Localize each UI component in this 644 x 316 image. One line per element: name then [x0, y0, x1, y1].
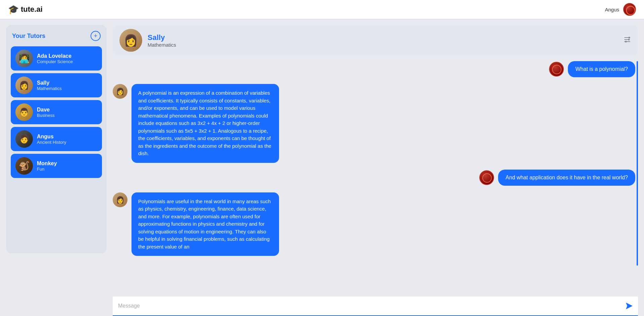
user-message-avatar-1 [549, 62, 564, 77]
svg-point-3 [629, 37, 630, 38]
tutor-name-ada: Ada Lovelace [37, 53, 73, 59]
tutor-info-monkey: Monkey Fun [37, 161, 57, 172]
tutor-item-monkey[interactable]: 🐒 Monkey Fun [11, 154, 102, 178]
message-bubble-ai2: Polynomials are useful in the real world… [131, 192, 279, 256]
sidebar-header: Your Tutors + [11, 31, 102, 41]
tutor-info-ada: Ada Lovelace Computer Science [37, 53, 73, 64]
chat-header-subject: Mathematics [148, 42, 176, 48]
sidebar: Your Tutors + 👩‍💻 Ada Lovelace Computer … [6, 25, 107, 253]
ai-message-avatar-2: 👩 [113, 192, 127, 207]
user-message-avatar-2 [479, 170, 494, 185]
tutor-name-sally: Sally [37, 80, 62, 86]
app-logo: 🎓 ‍tute.ai [8, 4, 43, 15]
settings-icon[interactable] [623, 36, 631, 45]
add-tutor-button[interactable]: + [91, 31, 101, 41]
tutor-avatar-ada: 👩‍💻 [15, 50, 33, 67]
svg-point-4 [628, 39, 630, 40]
tutor-avatar-dave: 👨 [15, 103, 33, 121]
tutor-name-angus: Angus [37, 134, 66, 140]
tutor-item-sally[interactable]: 👩 Sally Mathematics [11, 73, 102, 97]
message-ai1: 👩 A polynomial is an expression of a com… [113, 84, 635, 163]
chat-header-left: 👩 Sally Mathematics [119, 29, 176, 52]
tutor-avatar-sally: 👩 [15, 77, 33, 94]
message-user2: And what application does it have in the… [479, 170, 635, 186]
tutor-info-dave: Dave Business [37, 107, 55, 118]
tutor-info-angus: Angus Ancient History [37, 134, 66, 145]
message-ai2: 👩 Polynomials are useful in the real wor… [113, 192, 635, 256]
message-bubble-user2: And what application does it have in the… [498, 170, 635, 186]
message-input[interactable] [115, 302, 621, 310]
tutor-item-angus[interactable]: 🧑 Angus Ancient History [11, 127, 102, 151]
message-bubble-ai1: A polynomial is an expression of a combi… [131, 84, 279, 163]
main-layout: Your Tutors + 👩‍💻 Ada Lovelace Computer … [0, 19, 644, 316]
tutor-list: 👩‍💻 Ada Lovelace Computer Science 👩 Sall… [11, 46, 102, 178]
nav-username: Angus [605, 7, 619, 12]
tutor-subject-monkey: Fun [37, 167, 57, 172]
ai-message-avatar-1: 👩 [113, 84, 127, 99]
chat-header: 👩 Sally Mathematics [113, 25, 638, 56]
user-avatar[interactable] [623, 3, 636, 16]
tutor-item-ada[interactable]: 👩‍💻 Ada Lovelace Computer Science [11, 46, 102, 71]
svg-marker-6 [626, 303, 633, 309]
message-bubble-user1: What is a polynomial? [568, 61, 635, 77]
top-navigation: 🎓 ‍tute.ai Angus [0, 0, 644, 19]
chat-header-info: Sally Mathematics [148, 33, 176, 48]
nav-right: Angus [605, 3, 636, 16]
tutor-name-monkey: Monkey [37, 161, 57, 167]
tutor-subject-angus: Ancient History [37, 140, 66, 145]
send-button[interactable] [623, 300, 635, 312]
tutor-avatar-monkey: 🐒 [15, 157, 33, 175]
chat-area: 👩 Sally Mathematics [113, 25, 638, 316]
tutor-subject-ada: Computer Science [37, 59, 73, 64]
chat-header-name: Sally [148, 33, 176, 42]
message-user1: What is a polynomial? [549, 61, 635, 77]
tutor-subject-sally: Mathematics [37, 86, 62, 91]
tutor-avatar-angus: 🧑 [15, 130, 33, 148]
sidebar-title: Your Tutors [12, 33, 45, 40]
messages-container: What is a polynomial? 👩 A polynomial is … [113, 61, 638, 292]
tutor-subject-dave: Business [37, 113, 55, 118]
svg-point-5 [625, 41, 627, 42]
tutor-info-sally: Sally Mathematics [37, 80, 62, 91]
logo-text: ‍tute.ai [21, 5, 43, 14]
logo-icon: 🎓 [8, 4, 19, 15]
tutor-item-dave[interactable]: 👨 Dave Business [11, 100, 102, 124]
tutor-name-dave: Dave [37, 107, 55, 113]
chat-input-area [113, 297, 638, 316]
chat-header-avatar: 👩 [119, 29, 142, 52]
